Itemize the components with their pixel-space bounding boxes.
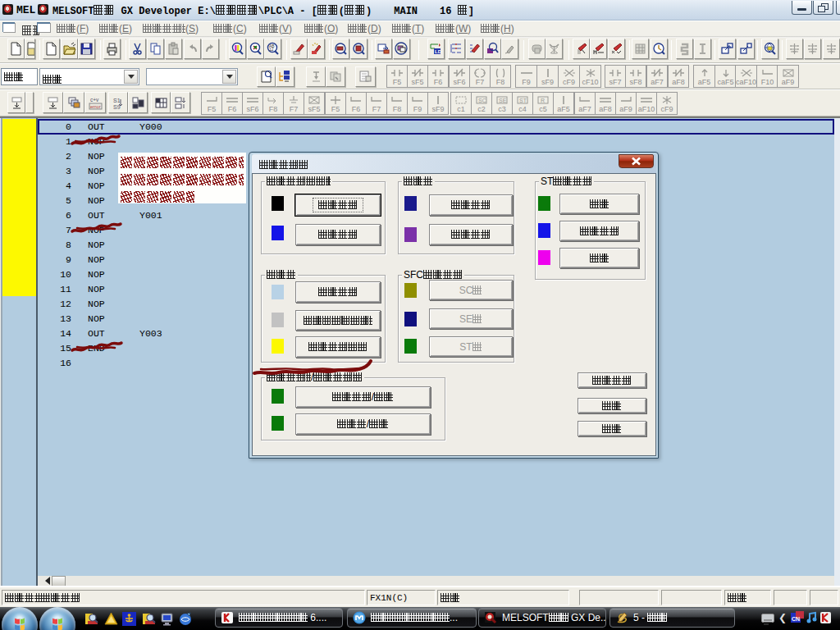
svg-text:R: R	[541, 98, 545, 103]
svg-text:SE: SE	[499, 98, 507, 103]
svg-text:LD: LD	[435, 49, 442, 54]
svg-text:ST: ST	[519, 98, 527, 103]
svg-text:error: error	[90, 104, 101, 109]
svg-text:c+v: c+v	[90, 97, 99, 103]
svg-text:12: 12	[269, 47, 274, 52]
svg-text:S1: S1	[113, 98, 121, 103]
svg-text:SC: SC	[478, 98, 486, 103]
svg-text:CN: CN	[792, 616, 800, 622]
